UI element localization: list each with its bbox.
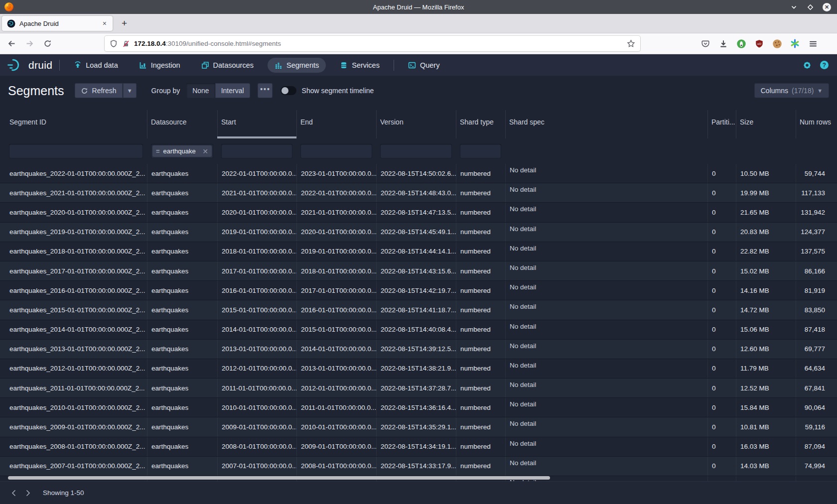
- cell-version[interactable]: 2022-08-15T14:40:08.4...: [376, 320, 456, 339]
- cell-shard-type[interactable]: numbered: [456, 242, 505, 261]
- cell-start[interactable]: 2014-01-01T00:00:00.0...: [217, 320, 296, 339]
- cell-version[interactable]: 2022-08-15T14:43:15.6...: [376, 261, 456, 280]
- cell-start[interactable]: 2022-01-01T00:00:00.0...: [217, 164, 296, 183]
- cell-end[interactable]: 2018-01-01T00:00:00.0...: [296, 261, 376, 280]
- table-row[interactable]: earthquakes_2022-01-01T00:00:00.000Z_2..…: [0, 164, 837, 183]
- cell-datasource[interactable]: earthquakes: [147, 359, 217, 378]
- cell-segment-id[interactable]: earthquakes_2021-01-01T00:00:00.000Z_2..…: [0, 183, 147, 202]
- horizontal-scrollbar[interactable]: [8, 476, 550, 480]
- nav-item-services[interactable]: Services: [333, 58, 387, 73]
- table-row[interactable]: earthquakes_2021-01-01T00:00:00.000Z_2..…: [0, 183, 837, 203]
- cell-partition[interactable]: 0: [707, 203, 736, 222]
- column-header-start[interactable]: Start: [217, 106, 296, 138]
- cell-size[interactable]: 12.52 MB: [736, 378, 796, 397]
- cell-num-rows[interactable]: 87,094: [796, 437, 837, 456]
- reload-icon[interactable]: [43, 39, 52, 48]
- minimize-button[interactable]: [790, 3, 798, 11]
- table-row[interactable]: earthquakes_2018-01-01T00:00:00.000Z_2..…: [0, 242, 837, 261]
- cell-end[interactable]: 2020-01-01T00:00:00.0...: [296, 223, 376, 242]
- cell-shard-type[interactable]: numbered: [456, 320, 505, 339]
- cell-end[interactable]: 2015-01-01T00:00:00.0...: [296, 320, 376, 339]
- cell-shard-spec[interactable]: No detail: [505, 320, 707, 339]
- table-row[interactable]: earthquakes_2017-01-01T00:00:00.000Z_2..…: [0, 261, 837, 281]
- privacy-badger-extension-icon[interactable]: [735, 37, 747, 50]
- column-header-datasource[interactable]: Datasource: [147, 106, 217, 138]
- table-row[interactable]: earthquakes_2015-01-01T00:00:00.000Z_2..…: [0, 300, 837, 320]
- segment-timeline-toggle[interactable]: [280, 86, 296, 95]
- cell-shard-spec[interactable]: No detail: [505, 281, 707, 300]
- group-by-interval-button[interactable]: Interval: [215, 83, 250, 98]
- datasource-filter-chip[interactable]: = earthquake ✕: [152, 145, 212, 157]
- cell-num-rows[interactable]: 69,777: [796, 340, 837, 359]
- table-row[interactable]: earthquakes_2020-01-01T00:00:00.000Z_2..…: [0, 203, 837, 222]
- column-header-segment-id[interactable]: Segment ID: [0, 106, 147, 138]
- cell-segment-id[interactable]: earthquakes_2018-01-01T00:00:00.000Z_2..…: [0, 242, 147, 261]
- cell-shard-type[interactable]: numbered: [456, 340, 505, 359]
- cell-end[interactable]: 2010-01-01T00:00:00.0...: [296, 417, 376, 436]
- tab-close-icon[interactable]: ×: [101, 19, 109, 27]
- cell-datasource[interactable]: earthquakes: [147, 300, 217, 319]
- cell-shard-type[interactable]: numbered: [456, 183, 505, 202]
- cell-shard-spec[interactable]: No detail: [505, 359, 707, 378]
- cell-size[interactable]: 16.03 MB: [736, 437, 796, 456]
- asterisk-extension-icon[interactable]: [789, 37, 801, 50]
- cell-start[interactable]: 2010-01-01T00:00:00.0...: [217, 398, 296, 417]
- cell-segment-id[interactable]: earthquakes_2011-01-01T00:00:00.000Z_2..…: [0, 378, 147, 397]
- cell-segment-id[interactable]: earthquakes_2019-01-01T00:00:00.000Z_2..…: [0, 223, 147, 242]
- cell-size[interactable]: 11.79 MB: [736, 359, 796, 378]
- cell-segment-id[interactable]: earthquakes_2013-01-01T00:00:00.000Z_2..…: [0, 340, 147, 359]
- cell-num-rows[interactable]: 59,744: [796, 164, 837, 183]
- cell-shard-spec[interactable]: No detail: [505, 457, 707, 476]
- cell-segment-id[interactable]: earthquakes_2020-01-01T00:00:00.000Z_2..…: [0, 203, 147, 222]
- cell-num-rows[interactable]: 81,919: [796, 281, 837, 300]
- cell-datasource[interactable]: earthquakes: [147, 378, 217, 397]
- segment-id-filter-input[interactable]: [9, 144, 143, 158]
- cell-shard-spec[interactable]: No detail: [505, 223, 707, 242]
- cell-datasource[interactable]: earthquakes: [147, 320, 217, 339]
- cell-version[interactable]: 2022-08-15T14:47:13.5...: [376, 203, 456, 222]
- cell-start[interactable]: 2007-01-01T00:00:00.0...: [217, 457, 296, 476]
- cell-end[interactable]: 2021-01-01T00:00:00.0...: [296, 203, 376, 222]
- cell-shard-spec[interactable]: No detail: [505, 300, 707, 319]
- refresh-dropdown-button[interactable]: ▼: [123, 83, 137, 98]
- cell-segment-id[interactable]: earthquakes_2009-01-01T00:00:00.000Z_2..…: [0, 417, 147, 436]
- next-page-button[interactable]: [21, 486, 35, 500]
- cell-version[interactable]: 2022-08-15T14:42:19.7...: [376, 281, 456, 300]
- start-filter-input[interactable]: [221, 144, 292, 158]
- cell-datasource[interactable]: earthquakes: [147, 437, 217, 456]
- cell-num-rows[interactable]: 90,064: [796, 398, 837, 417]
- table-row[interactable]: earthquakes_2013-01-01T00:00:00.000Z_2..…: [0, 340, 837, 359]
- cell-version[interactable]: 2022-08-15T14:45:49.1...: [376, 223, 456, 242]
- cell-start[interactable]: 2013-01-01T00:00:00.0...: [217, 340, 296, 359]
- group-by-none-button[interactable]: None: [186, 83, 215, 98]
- cell-segment-id[interactable]: earthquakes_2014-01-01T00:00:00.000Z_2..…: [0, 320, 147, 339]
- cell-shard-spec[interactable]: No detail: [505, 242, 707, 261]
- cell-start[interactable]: 2017-01-01T00:00:00.0...: [217, 261, 296, 280]
- datasource-filter-input[interactable]: = earthquake ✕: [151, 144, 213, 158]
- cell-version[interactable]: 2022-08-15T14:38:21.9...: [376, 359, 456, 378]
- pocket-icon[interactable]: [699, 37, 711, 50]
- column-header-partition[interactable]: Partiti...: [707, 106, 736, 138]
- cell-shard-spec[interactable]: No detail: [505, 183, 707, 202]
- cell-end[interactable]: 2016-01-01T00:00:00.0...: [296, 300, 376, 319]
- table-row[interactable]: earthquakes_2019-01-01T00:00:00.000Z_2..…: [0, 223, 837, 242]
- cell-version[interactable]: 2022-08-15T14:44:14.1...: [376, 242, 456, 261]
- maximize-button[interactable]: [806, 3, 814, 11]
- cell-version[interactable]: 2022-08-15T14:39:12.5...: [376, 340, 456, 359]
- downloads-icon[interactable]: [717, 37, 729, 50]
- cell-partition[interactable]: 0: [707, 223, 736, 242]
- cell-partition[interactable]: 0: [707, 378, 736, 397]
- cell-shard-type[interactable]: numbered: [456, 359, 505, 378]
- cell-end[interactable]: 2014-01-01T00:00:00.0...: [296, 340, 376, 359]
- remove-filter-icon[interactable]: ✕: [202, 147, 208, 155]
- column-header-shard-type[interactable]: Shard type: [456, 106, 505, 138]
- cell-partition[interactable]: 0: [707, 340, 736, 359]
- cell-shard-type[interactable]: numbered: [456, 281, 505, 300]
- forward-icon[interactable]: [25, 39, 34, 48]
- cell-segment-id[interactable]: earthquakes_2016-01-01T00:00:00.000Z_2..…: [0, 281, 147, 300]
- cell-end[interactable]: 2017-01-01T00:00:00.0...: [296, 281, 376, 300]
- cell-datasource[interactable]: earthquakes: [147, 242, 217, 261]
- cell-datasource[interactable]: earthquakes: [147, 398, 217, 417]
- cell-datasource[interactable]: earthquakes: [147, 183, 217, 202]
- cell-shard-spec[interactable]: No detail: [505, 340, 707, 359]
